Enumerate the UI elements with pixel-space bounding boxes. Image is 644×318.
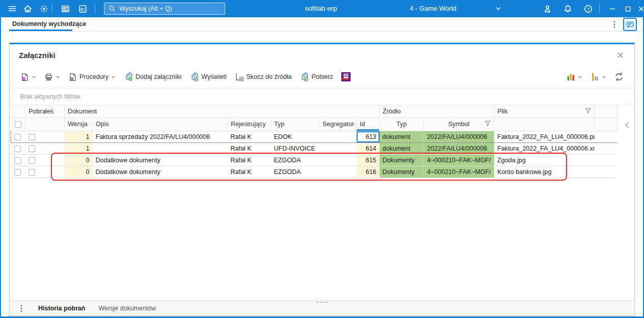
cell-rejestrujacy[interactable]: Rafał K <box>228 131 271 142</box>
cell-zrodlo-symbol[interactable]: 4~000210~FAK~MGF/ <box>424 166 494 178</box>
cell-zrodlo-symbol[interactable]: 4~000210~FAK~MGF/ <box>424 154 494 166</box>
new-document-button[interactable] <box>18 71 39 83</box>
cell-wersja[interactable]: 0 <box>65 154 93 166</box>
cell-zrodlo-typ[interactable]: Dokumenty <box>380 166 424 178</box>
cell-segregator[interactable] <box>319 131 357 142</box>
close-window-button[interactable] <box>635 3 644 15</box>
cell-rejestrujacy[interactable]: Rafał K <box>228 154 271 166</box>
scan-device-button[interactable] <box>339 70 353 83</box>
pobrales-checkbox[interactable] <box>29 134 35 140</box>
cell-row-select-checkbox[interactable] <box>11 131 25 142</box>
download-button[interactable]: Pobierz <box>297 70 335 83</box>
tab-wersje-dokumentow[interactable]: Wersje dokumentów <box>98 305 156 312</box>
cell-opis[interactable] <box>93 142 228 154</box>
plik-filter-icon[interactable] <box>585 107 592 115</box>
cell-typ[interactable]: EZGODA <box>271 166 319 178</box>
cell-id[interactable]: 616 <box>357 166 380 178</box>
cell-zrodlo-typ[interactable]: dokument <box>380 142 424 154</box>
group-header-plik[interactable]: Plik <box>494 105 595 118</box>
bc-module-icon[interactable]: BC <box>76 3 89 15</box>
splitter-drag-handle[interactable] <box>316 302 328 303</box>
cell-zrodlo-symbol[interactable]: 2022/FA/LU4/000006 <box>424 142 494 154</box>
cell-zrodlo-typ[interactable]: dokument <box>380 131 424 142</box>
cell-id[interactable]: 615 <box>357 154 380 166</box>
cell-typ[interactable]: EZGODA <box>271 154 319 166</box>
cell-cell-filler[interactable] <box>595 166 618 178</box>
notifications-bell-icon[interactable] <box>561 3 574 15</box>
cell-plik[interactable]: Faktura_2022_FA_LU4_000006.pdf <box>494 131 595 142</box>
minimize-button[interactable] <box>606 3 619 15</box>
tab-historia-pobran[interactable]: Historia pobrań <box>38 305 85 312</box>
group-header-zrodlo[interactable]: Źródło <box>380 105 494 118</box>
row-select-checkbox[interactable] <box>14 157 21 164</box>
cell-segregator[interactable] <box>319 142 357 154</box>
news-icon[interactable] <box>59 3 71 15</box>
cell-id[interactable]: 614 <box>357 142 380 154</box>
configuration-button[interactable] <box>588 71 609 83</box>
maximize-button[interactable] <box>622 3 634 15</box>
column-zrodlo-symbol[interactable]: Symbol <box>424 118 494 131</box>
cell-cell-filler[interactable] <box>595 131 618 142</box>
row-select-checkbox[interactable] <box>14 169 21 176</box>
cell-opis[interactable]: Dodatkowe dokumenty <box>93 166 228 178</box>
company-chevron-down-icon[interactable] <box>492 3 504 15</box>
procedures-button[interactable]: Procedury <box>66 71 118 83</box>
hamburger-menu-icon[interactable] <box>6 3 18 15</box>
help-icon[interactable]: ? <box>582 3 594 15</box>
pobrales-checkbox[interactable] <box>29 157 35 164</box>
user-icon[interactable] <box>541 3 553 15</box>
column-opis[interactable]: Opis <box>93 118 228 131</box>
column-typ[interactable]: Typ <box>271 118 319 131</box>
cell-pobrales-checkbox[interactable] <box>25 142 65 154</box>
cell-zrodlo-typ[interactable]: Dokumenty <box>380 154 424 166</box>
symbol-filter-icon[interactable] <box>485 121 491 128</box>
cell-row-select-checkbox[interactable] <box>11 142 25 154</box>
cell-segregator[interactable] <box>319 154 357 166</box>
cell-row-select-checkbox[interactable] <box>11 166 25 178</box>
chart-view-button[interactable] <box>564 71 585 83</box>
cell-plik[interactable]: Konto bankowe.jpg <box>494 166 595 178</box>
row-select-checkbox[interactable] <box>14 146 21 152</box>
company-selector[interactable]: 4 - Game World <box>377 0 489 17</box>
cell-opis[interactable]: Dodatkowe dokumenty <box>93 154 228 166</box>
cell-row-select-checkbox[interactable] <box>11 154 25 166</box>
select-all-header[interactable] <box>11 118 25 131</box>
cell-pobrales-checkbox[interactable] <box>25 131 65 142</box>
pobrales-checkbox[interactable] <box>29 169 35 176</box>
jump-to-source-button[interactable]: Skocz do źródła <box>232 70 294 83</box>
cell-pobrales-checkbox[interactable] <box>25 166 65 178</box>
cell-typ[interactable]: EDOK <box>271 131 319 142</box>
group-header-dokument[interactable]: Dokument <box>65 105 380 118</box>
column-rejestrujacy[interactable]: Rejestrujący <box>228 118 271 131</box>
cell-zrodlo-symbol[interactable]: 2022/FA/LU4/000006 <box>424 131 494 142</box>
pobrales-checkbox[interactable] <box>29 146 35 152</box>
cell-plik[interactable]: Zgoda.jpg <box>494 154 595 166</box>
bottom-kebab-icon[interactable] <box>18 304 25 312</box>
column-id[interactable]: Id <box>357 118 380 131</box>
select-all-checkbox[interactable] <box>15 121 21 128</box>
cell-typ[interactable]: UFD-INVOICE <box>271 142 319 154</box>
home-icon[interactable] <box>21 3 34 15</box>
table-row[interactable]: 1Rafał KUFD-INVOICE614dokument2022/FA/LU… <box>11 142 618 154</box>
collapse-panel-chevron-left-icon[interactable] <box>625 122 629 131</box>
cell-segregator[interactable] <box>319 166 357 178</box>
column-zrodlo-typ[interactable]: Typ <box>380 118 424 131</box>
table-row[interactable]: 0Dodatkowe dokumentyRafał KEZGODA615Doku… <box>11 154 618 166</box>
cell-wersja[interactable]: 1 <box>65 131 93 142</box>
table-row[interactable]: 1Faktura sprzedaży 2022/FA/LU4/000006Raf… <box>11 131 618 142</box>
cell-id[interactable]: 613 <box>357 131 380 142</box>
cell-cell-filler[interactable] <box>595 154 618 166</box>
table-row[interactable]: 0Dodatkowe dokumentyRafał KEZGODA616Doku… <box>11 166 618 178</box>
print-button[interactable] <box>42 71 63 83</box>
group-header-pobrales[interactable]: Pobrałeś <box>25 105 65 118</box>
column-wersja[interactable]: Wersja <box>65 118 93 131</box>
cell-wersja[interactable]: 1 <box>65 142 93 154</box>
refresh-button[interactable] <box>612 70 626 83</box>
dialog-close-icon[interactable] <box>615 50 625 60</box>
row-select-checkbox[interactable] <box>14 134 21 140</box>
theme-icon[interactable] <box>38 3 50 15</box>
add-attachments-button[interactable]: Dodaj załączniki <box>121 70 184 83</box>
feedback-chat-button[interactable] <box>623 18 637 31</box>
cell-opis[interactable]: Faktura sprzedaży 2022/FA/LU4/000006 <box>93 131 228 142</box>
cell-plik[interactable]: Faktura_2022_FA_LU4_000006.xml <box>494 142 595 154</box>
